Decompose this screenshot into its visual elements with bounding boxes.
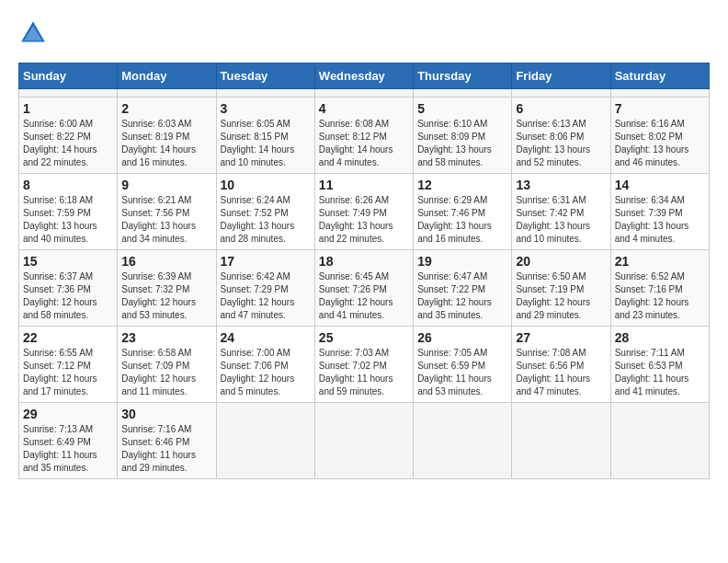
day-info: Sunrise: 7:13 AMSunset: 6:49 PMDaylight:…: [23, 423, 113, 475]
day-info: Sunrise: 6:26 AMSunset: 7:49 PMDaylight:…: [319, 194, 409, 246]
calendar-cell: 24Sunrise: 7:00 AMSunset: 7:06 PMDayligh…: [216, 327, 314, 403]
calendar-week-row: 1Sunrise: 6:00 AMSunset: 8:22 PMDaylight…: [19, 98, 710, 174]
day-number: 8: [23, 178, 113, 192]
day-info: Sunrise: 6:45 AMSunset: 7:26 PMDaylight:…: [319, 270, 409, 322]
day-number: 1: [23, 101, 113, 116]
calendar-cell: [610, 89, 709, 98]
day-number: 29: [23, 407, 113, 421]
calendar-cell: [512, 89, 610, 98]
calendar-week-row: 15Sunrise: 6:37 AMSunset: 7:36 PMDayligh…: [19, 250, 710, 327]
calendar-cell: 5Sunrise: 6:10 AMSunset: 8:09 PMDaylight…: [414, 98, 512, 174]
calendar-cell: 25Sunrise: 7:03 AMSunset: 7:02 PMDayligh…: [314, 327, 413, 403]
day-info: Sunrise: 7:03 AMSunset: 7:02 PMDaylight:…: [319, 347, 409, 398]
day-number: 2: [121, 101, 211, 116]
calendar-cell: [512, 403, 610, 479]
calendar-cell: 29Sunrise: 7:13 AMSunset: 6:49 PMDayligh…: [19, 403, 118, 479]
day-number: 15: [23, 254, 113, 269]
calendar-cell: 18Sunrise: 6:45 AMSunset: 7:26 PMDayligh…: [314, 250, 413, 327]
calendar-week-row: 8Sunrise: 6:18 AMSunset: 7:59 PMDaylight…: [19, 174, 710, 250]
calendar-cell: 19Sunrise: 6:47 AMSunset: 7:22 PMDayligh…: [414, 250, 512, 327]
day-info: Sunrise: 6:13 AMSunset: 8:06 PMDaylight:…: [516, 118, 606, 169]
calendar-cell: 23Sunrise: 6:58 AMSunset: 7:09 PMDayligh…: [118, 327, 216, 403]
calendar-cell: 17Sunrise: 6:42 AMSunset: 7:29 PMDayligh…: [216, 250, 314, 327]
day-number: 20: [516, 254, 606, 269]
day-info: Sunrise: 6:58 AMSunset: 7:09 PMDaylight:…: [121, 347, 211, 398]
day-number: 5: [417, 101, 507, 116]
calendar-cell: 6Sunrise: 6:13 AMSunset: 8:06 PMDaylight…: [512, 98, 610, 174]
day-number: 17: [221, 254, 311, 269]
day-number: 18: [319, 254, 409, 269]
page-header: [18, 18, 710, 48]
day-number: 22: [23, 330, 113, 345]
day-info: Sunrise: 6:52 AMSunset: 7:16 PMDaylight:…: [615, 270, 705, 322]
day-info: Sunrise: 7:16 AMSunset: 6:46 PMDaylight:…: [121, 423, 211, 475]
day-number: 25: [319, 330, 409, 345]
day-info: Sunrise: 6:21 AMSunset: 7:56 PMDaylight:…: [121, 194, 211, 246]
calendar-cell: [610, 403, 709, 479]
day-number: 11: [319, 178, 409, 192]
day-header-saturday: Saturday: [610, 63, 709, 89]
day-header-monday: Monday: [118, 63, 216, 89]
logo: [18, 18, 51, 48]
day-header-sunday: Sunday: [19, 63, 118, 89]
calendar-cell: 27Sunrise: 7:08 AMSunset: 6:56 PMDayligh…: [512, 327, 610, 403]
day-number: 30: [121, 407, 211, 421]
calendar-cell: 20Sunrise: 6:50 AMSunset: 7:19 PMDayligh…: [512, 250, 610, 327]
day-info: Sunrise: 6:55 AMSunset: 7:12 PMDaylight:…: [23, 347, 113, 398]
calendar-cell: 1Sunrise: 6:00 AMSunset: 8:22 PMDaylight…: [19, 98, 118, 174]
day-header-thursday: Thursday: [414, 63, 512, 89]
day-info: Sunrise: 7:00 AMSunset: 7:06 PMDaylight:…: [221, 347, 311, 398]
day-number: 7: [615, 101, 705, 116]
day-number: 12: [417, 178, 507, 192]
calendar-cell: [314, 403, 413, 479]
day-info: Sunrise: 6:39 AMSunset: 7:32 PMDaylight:…: [121, 270, 211, 322]
day-info: Sunrise: 6:31 AMSunset: 7:42 PMDaylight:…: [516, 194, 606, 246]
day-header-wednesday: Wednesday: [314, 63, 413, 89]
day-info: Sunrise: 6:10 AMSunset: 8:09 PMDaylight:…: [417, 118, 507, 169]
day-info: Sunrise: 6:37 AMSunset: 7:36 PMDaylight:…: [23, 270, 113, 322]
calendar-cell: 13Sunrise: 6:31 AMSunset: 7:42 PMDayligh…: [512, 174, 610, 250]
days-header-row: SundayMondayTuesdayWednesdayThursdayFrid…: [19, 63, 710, 89]
calendar-week-row: 22Sunrise: 6:55 AMSunset: 7:12 PMDayligh…: [19, 327, 710, 403]
calendar-cell: 30Sunrise: 7:16 AMSunset: 6:46 PMDayligh…: [118, 403, 216, 479]
day-number: 26: [417, 330, 507, 345]
day-number: 27: [516, 330, 606, 345]
day-info: Sunrise: 6:29 AMSunset: 7:46 PMDaylight:…: [417, 194, 507, 246]
calendar-cell: 9Sunrise: 6:21 AMSunset: 7:56 PMDaylight…: [118, 174, 216, 250]
calendar-cell: 21Sunrise: 6:52 AMSunset: 7:16 PMDayligh…: [610, 250, 709, 327]
calendar-cell: [314, 89, 413, 98]
calendar-cell: [414, 403, 512, 479]
day-number: 24: [221, 330, 311, 345]
day-header-friday: Friday: [512, 63, 610, 89]
day-info: Sunrise: 6:50 AMSunset: 7:19 PMDaylight:…: [516, 270, 606, 322]
calendar-cell: [19, 89, 118, 98]
calendar-cell: [414, 89, 512, 98]
day-number: 28: [615, 330, 705, 345]
calendar-cell: [216, 403, 314, 479]
day-info: Sunrise: 6:16 AMSunset: 8:02 PMDaylight:…: [615, 118, 705, 169]
day-number: 19: [417, 254, 507, 269]
day-info: Sunrise: 6:00 AMSunset: 8:22 PMDaylight:…: [23, 118, 113, 169]
day-number: 9: [121, 178, 211, 192]
day-number: 10: [221, 178, 311, 192]
day-number: 3: [221, 101, 311, 116]
calendar-table: SundayMondayTuesdayWednesdayThursdayFrid…: [18, 63, 710, 479]
logo-icon: [18, 18, 48, 48]
calendar-week-row: [19, 89, 710, 98]
calendar-cell: 11Sunrise: 6:26 AMSunset: 7:49 PMDayligh…: [314, 174, 413, 250]
day-header-tuesday: Tuesday: [216, 63, 314, 89]
calendar-cell: [118, 89, 216, 98]
calendar-cell: 3Sunrise: 6:05 AMSunset: 8:15 PMDaylight…: [216, 98, 314, 174]
calendar-week-row: 29Sunrise: 7:13 AMSunset: 6:49 PMDayligh…: [19, 403, 710, 479]
calendar-cell: 16Sunrise: 6:39 AMSunset: 7:32 PMDayligh…: [118, 250, 216, 327]
calendar-cell: 7Sunrise: 6:16 AMSunset: 8:02 PMDaylight…: [610, 98, 709, 174]
day-number: 4: [319, 101, 409, 116]
day-number: 14: [615, 178, 705, 192]
day-info: Sunrise: 7:08 AMSunset: 6:56 PMDaylight:…: [516, 347, 606, 398]
day-number: 6: [516, 101, 606, 116]
day-number: 21: [615, 254, 705, 269]
calendar-cell: 12Sunrise: 6:29 AMSunset: 7:46 PMDayligh…: [414, 174, 512, 250]
day-info: Sunrise: 6:18 AMSunset: 7:59 PMDaylight:…: [23, 194, 113, 246]
day-info: Sunrise: 6:24 AMSunset: 7:52 PMDaylight:…: [221, 194, 311, 246]
calendar-cell: 26Sunrise: 7:05 AMSunset: 6:59 PMDayligh…: [414, 327, 512, 403]
